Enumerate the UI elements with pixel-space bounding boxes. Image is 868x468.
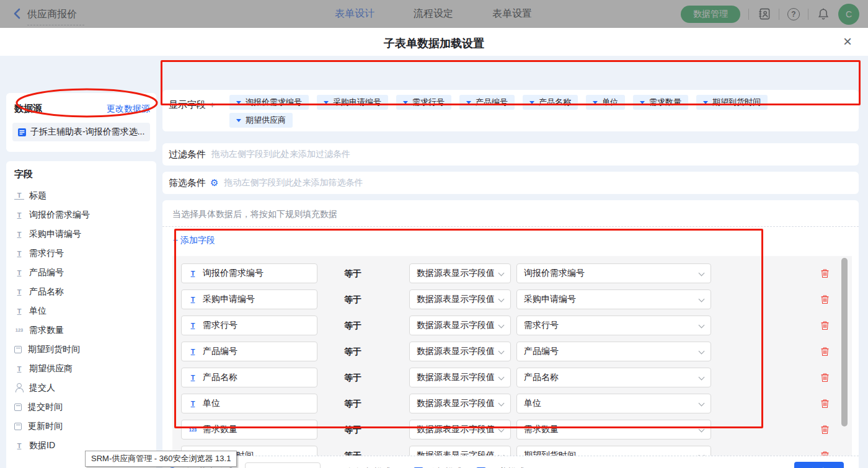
close-icon[interactable]: ×: [843, 33, 852, 50]
add-field-button[interactable]: + 添加字段: [173, 235, 215, 246]
contacts-book-icon[interactable]: [757, 7, 771, 21]
tab-form-setting[interactable]: 表单设置: [492, 7, 532, 20]
text-field-icon: T: [188, 399, 198, 408]
tab-process-setting[interactable]: 流程设定: [414, 7, 453, 20]
user-avatar[interactable]: C: [838, 4, 859, 25]
field-list-item[interactable]: T单位: [14, 301, 151, 320]
select-value: 数据源表显示字段值: [417, 424, 494, 435]
field-label: 期望供应商: [29, 363, 73, 374]
change-datasource-link[interactable]: 更改数据源: [107, 104, 150, 115]
field-list-item[interactable]: 提交时间: [14, 397, 151, 417]
delete-rule-button[interactable]: [820, 425, 830, 435]
sift-condition-card[interactable]: 筛选条件 ⚙ 拖动左侧字段到此处来添加筛选条件: [162, 172, 859, 194]
datasource-name: 子拆主辅助表-询报价需求选...: [30, 126, 144, 138]
rule-value-select[interactable]: 产品编号: [516, 342, 711, 361]
field-list-item[interactable]: 更新时间: [14, 417, 151, 436]
field-list-item[interactable]: 123需求数量: [14, 320, 151, 340]
select-value: 需求行号: [524, 320, 559, 331]
chevron-left-icon: [11, 7, 24, 20]
rule-target-field[interactable]: T采购申请编号: [181, 289, 317, 309]
display-fields-card: 显示字段+ 询报价需求编号采购申请编号需求行号产品编号产品名称单位需求数量期望到…: [162, 90, 859, 131]
display-field-tag[interactable]: 期望供应商: [229, 113, 293, 128]
data-manage-button[interactable]: 数据管理: [681, 6, 740, 23]
select-value: 产品编号: [524, 346, 559, 357]
filter-condition-label: 过滤条件: [169, 149, 206, 161]
sift-condition-label: 筛选条件: [169, 177, 206, 189]
add-display-field-button[interactable]: +: [210, 99, 215, 110]
display-field-tag[interactable]: 产品编号: [459, 95, 515, 110]
delete-rule-button[interactable]: [820, 320, 830, 331]
field-list-item[interactable]: T产品名称: [14, 282, 151, 301]
rule-target-field[interactable]: T需求行号: [181, 316, 317, 335]
delete-rule-button[interactable]: [820, 294, 830, 305]
notification-bell-icon[interactable]: [817, 7, 830, 21]
display-field-tag[interactable]: 询报价需求编号: [229, 95, 309, 110]
rule-target-field[interactable]: T单位: [181, 394, 317, 413]
text-field-icon: T: [14, 268, 24, 278]
delete-rule-button[interactable]: [820, 451, 830, 456]
rule-value-select[interactable]: 询报价需求编号: [516, 263, 711, 283]
rule-field-label: 产品名称: [203, 372, 237, 383]
display-field-tag[interactable]: 产品名称: [523, 95, 578, 110]
display-field-tag[interactable]: 期望到货时间: [696, 95, 768, 110]
field-list-item[interactable]: T标题: [14, 186, 151, 205]
rule-target-field[interactable]: 123需求数量: [181, 420, 317, 439]
rule-source-select[interactable]: 数据源表显示字段值: [409, 342, 511, 361]
datasource-item[interactable]: 子拆主辅助表-询报价需求选...: [12, 123, 150, 141]
rule-value-select[interactable]: 单位: [516, 394, 711, 413]
display-field-tags-row-2: 期望供应商: [229, 113, 301, 128]
rule-operator: 等于: [344, 420, 361, 439]
title-underline: [27, 25, 84, 25]
divider: [808, 9, 808, 20]
field-list-item[interactable]: 提交人: [14, 378, 151, 397]
select-value: 数据源表显示字段值: [417, 372, 494, 383]
gear-icon[interactable]: ⚙: [210, 177, 218, 188]
field-list-item[interactable]: T采购申请编号: [14, 224, 151, 244]
modal-body: 数据源 更改数据源 子拆主辅助表-询报价需求选... 字段 T标题T询报价需求编…: [0, 56, 868, 468]
text-field-icon: T: [14, 364, 24, 374]
trash-icon: [820, 425, 830, 435]
rule-value-select[interactable]: 需求数量: [516, 420, 711, 439]
display-field-tag[interactable]: 需求数量: [633, 95, 688, 110]
rules-scroll-region: T询报价需求编号等于数据源表显示字段值询报价需求编号T采购申请编号等于数据源表显…: [172, 256, 852, 456]
text-field-icon: T: [188, 294, 198, 304]
rule-source-select[interactable]: 数据源表显示字段值: [409, 289, 511, 309]
rule-source-select[interactable]: 数据源表显示字段值: [409, 394, 511, 413]
delete-rule-button[interactable]: [820, 399, 830, 409]
rule-source-select[interactable]: 数据源表显示字段值: [409, 368, 511, 387]
delete-rule-button[interactable]: [820, 347, 830, 357]
display-field-tag[interactable]: 需求行号: [396, 95, 451, 110]
text-field-icon: T: [14, 249, 24, 258]
help-icon[interactable]: ?: [787, 8, 800, 20]
rule-source-select[interactable]: 数据源表显示字段值: [409, 263, 511, 283]
field-list-item[interactable]: T询报价需求编号: [14, 205, 151, 224]
display-field-tag[interactable]: 采购申请编号: [317, 95, 388, 110]
rule-value-select[interactable]: 采购申请编号: [516, 289, 711, 309]
rule-target-field[interactable]: T产品名称: [181, 368, 317, 387]
back-button[interactable]: [11, 7, 24, 20]
tab-form-design[interactable]: 表单设计: [335, 7, 374, 20]
rule-source-select[interactable]: 数据源表显示字段值: [409, 420, 511, 439]
save-button[interactable]: 保存: [794, 462, 844, 468]
delete-rule-button[interactable]: [820, 373, 830, 383]
dropdown-arrow-icon: [593, 101, 598, 104]
rule-value-select[interactable]: 需求行号: [516, 316, 711, 335]
rule-source-select[interactable]: 数据源表显示字段值: [409, 446, 511, 456]
display-field-tag[interactable]: 单位: [586, 95, 625, 110]
field-list-item[interactable]: T期望供应商: [14, 359, 151, 378]
chevron-down-icon: [498, 426, 505, 433]
formula-select[interactable]: [245, 462, 321, 468]
filter-condition-card[interactable]: 过滤条件 拖动左侧字段到此处来添加过滤条件: [162, 143, 859, 166]
rule-row: T产品名称等于数据源表显示字段值产品名称: [172, 368, 852, 387]
field-list-item[interactable]: T需求行号: [14, 244, 151, 263]
rule-value-select[interactable]: 产品名称: [516, 368, 711, 387]
field-list-item[interactable]: 期望到货时间: [14, 340, 151, 359]
field-list-item[interactable]: T产品编号: [14, 263, 151, 282]
chevron-down-icon: [498, 348, 505, 355]
text-field-icon: T: [188, 268, 198, 278]
rule-target-field[interactable]: T询报价需求编号: [181, 263, 317, 283]
rule-value-select[interactable]: 期望到货时间: [516, 446, 711, 456]
delete-rule-button[interactable]: [820, 268, 830, 279]
rule-target-field[interactable]: T产品编号: [181, 342, 317, 361]
rule-source-select[interactable]: 数据源表显示字段值: [409, 316, 511, 335]
